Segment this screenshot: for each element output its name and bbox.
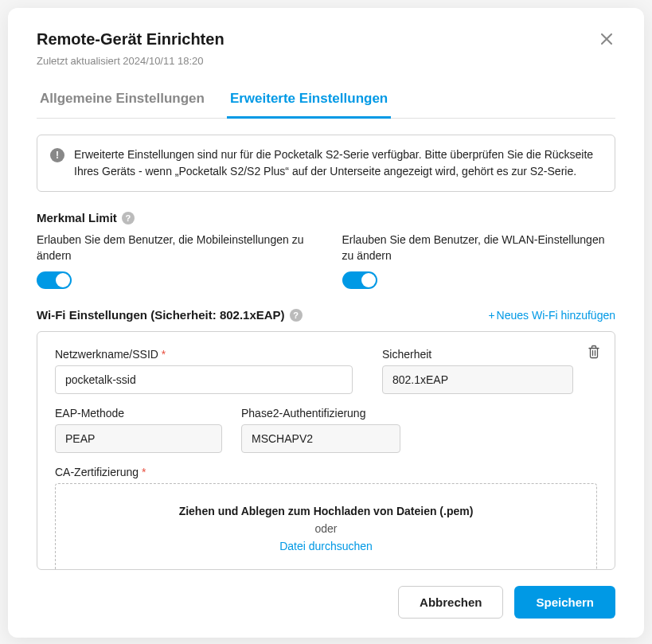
cancel-button[interactable]: Abbrechen [398, 586, 503, 619]
last-updated: Zuletzt aktualisiert 2024/10/11 18:20 [37, 55, 615, 67]
allow-mobile-toggle[interactable] [37, 271, 72, 289]
allow-wlan-label: Erlauben Sie dem Benutzer, die WLAN-Eins… [342, 232, 616, 263]
add-wifi-button[interactable]: + Neues Wi-Fi hinzufügen [488, 309, 615, 322]
eap-method-label: EAP-Methode [55, 407, 222, 420]
allow-mobile-label: Erlauben Sie dem Benutzer, die Mobileins… [37, 232, 310, 263]
help-icon[interactable]: ? [290, 309, 303, 322]
add-wifi-label: Neues Wi-Fi hinzufügen [497, 309, 615, 322]
info-text: Erweiterte Einstellungen sind nur für di… [74, 146, 602, 180]
feature-limit-label: Merkmal Limit [37, 211, 117, 224]
delete-wifi-button[interactable] [586, 343, 602, 363]
modal-title: Remote-Gerät Einrichten [37, 30, 224, 49]
ssid-input[interactable] [55, 365, 353, 394]
info-icon: ! [50, 148, 64, 162]
ca-cert-dropzone[interactable]: Ziehen und Ablegen zum Hochladen von Dat… [55, 483, 597, 569]
tabs: Allgemeine Einstellungen Erweiterte Eins… [37, 83, 615, 119]
tab-general[interactable]: Allgemeine Einstellungen [37, 83, 208, 119]
browse-file-link[interactable]: Datei durchsuchen [279, 540, 373, 552]
dropzone-or: oder [72, 522, 580, 535]
modal-setup-remote-device: Remote-Gerät Einrichten Zuletzt aktualis… [8, 8, 644, 638]
wifi-card: Netzwerkname/SSID * Sicherheit 802.1xEAP… [37, 331, 615, 570]
trash-icon [588, 345, 600, 359]
eap-method-value[interactable]: PEAP [55, 424, 222, 453]
tab-advanced[interactable]: Erweiterte Einstellungen [227, 83, 391, 119]
phase2-label: Phase2-Authentifizierung [241, 407, 400, 420]
allow-wlan-toggle[interactable] [342, 271, 377, 289]
save-button[interactable]: Speichern [514, 586, 615, 619]
ca-cert-label: CA-Zertifizierung * [55, 466, 597, 478]
phase2-value[interactable]: MSCHAPV2 [241, 424, 400, 453]
wifi-settings-label: Wi-Fi Einstellungen (Sicherheit: 802.1xE… [37, 308, 285, 322]
info-box: ! Erweiterte Einstellungen sind nur für … [37, 135, 615, 192]
close-icon [601, 33, 612, 45]
ssid-label: Netzwerkname/SSID * [55, 348, 353, 361]
help-icon[interactable]: ? [122, 212, 135, 224]
dropzone-title: Ziehen und Ablegen zum Hochladen von Dat… [72, 505, 580, 517]
close-button[interactable] [598, 30, 615, 48]
wifi-settings-title: Wi-Fi Einstellungen (Sicherheit: 802.1xE… [37, 308, 303, 322]
security-label: Sicherheit [382, 348, 573, 361]
plus-icon: + [488, 309, 494, 322]
security-value: 802.1xEAP [382, 365, 573, 394]
feature-limit-title: Merkmal Limit ? [37, 211, 615, 224]
